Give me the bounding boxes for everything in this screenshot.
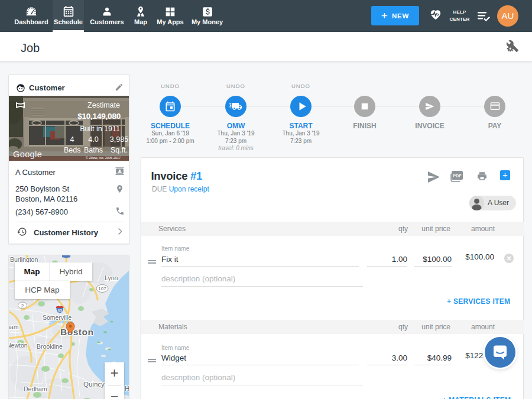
- svg-text:ham: ham: [9, 323, 19, 330]
- svg-text:Newton: Newton: [9, 342, 28, 349]
- svg-text:PDF: PDF: [453, 174, 462, 179]
- svg-text:Lynn: Lynn: [105, 274, 118, 281]
- svg-text:107: 107: [98, 286, 106, 291]
- svg-text:2: 2: [21, 303, 24, 309]
- svg-text:Hi: Hi: [125, 385, 129, 392]
- svg-text:Brookline: Brookline: [37, 343, 63, 350]
- svg-text:Boston: Boston: [60, 327, 93, 337]
- svg-text:93: 93: [57, 309, 62, 313]
- svg-text:Somerville: Somerville: [43, 314, 72, 321]
- svg-text:Dedham: Dedham: [24, 385, 47, 392]
- svg-text:Quincy: Quincy: [83, 381, 105, 388]
